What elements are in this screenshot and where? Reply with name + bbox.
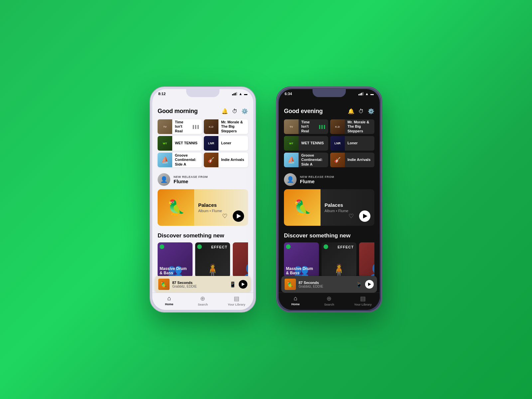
np-thumb-light: 🦜 (158, 279, 170, 290)
recent-item-loner-dark[interactable]: LNR Loner (330, 136, 374, 151)
np-connect-btn-light[interactable]: 📱 (229, 281, 236, 288)
nav-search-light[interactable]: ⊕ Search (186, 295, 219, 306)
header-icons-light: 🔔 ⏱ ⚙️ (221, 108, 248, 114)
nav-home-light[interactable]: ⌂ Home (152, 295, 186, 306)
disc-label-drum-dark: Massive Drum & Bass (286, 267, 317, 275)
library-label-dark: Your Library (354, 303, 372, 306)
release-label-light: NEW RELEASE FROM (174, 175, 208, 179)
scroll-dark[interactable]: Good evening 🔔 ⏱ ⚙️ TV Time Isn't Real ▌… (279, 106, 380, 293)
album-card-dark[interactable]: 🦜 Palaces Album • Flume ♡ (284, 189, 374, 226)
recent-thumb-time-dark: TV (284, 119, 299, 134)
play-triangle-light (237, 214, 241, 218)
library-icon-light: ▤ (234, 295, 239, 302)
spotify-logo-drum-light (160, 244, 164, 249)
album-name-dark: Palaces (325, 202, 370, 208)
recent-thumb-groove-dark: ⛵ (284, 153, 299, 167)
np-connect-btn-dark[interactable]: 📱 (356, 281, 362, 288)
recent-label-indie-dark: Indie Arrivals (345, 158, 374, 162)
phone-dark: 6:34 ▲ ▬ Good evening 🔔 ⏱ ⚙️ (276, 86, 382, 313)
status-icons-dark: ▲ ▬ (358, 92, 374, 96)
nav-home-dark[interactable]: ⌂ Home (279, 295, 312, 306)
home-label-light: Home (165, 303, 173, 306)
recent-label-time-light: Time Isn't Real (172, 120, 193, 133)
album-actions-light: ♡ (222, 210, 244, 222)
gear-icon-light[interactable]: ⚙️ (241, 108, 248, 114)
recent-item-indie-light[interactable]: 🎸 Indie Arrivals (204, 153, 248, 167)
spotify-logo-effect-dark (324, 244, 328, 249)
recent-thumb-loner-light: LNR (204, 136, 218, 151)
release-label-dark: NEW RELEASE FROM (300, 175, 334, 179)
recent-thumb-indie-dark: 🎸 (330, 153, 345, 167)
release-artist-dark: Flume (300, 179, 334, 184)
phone-light: 8:12 ▲ ▬ Good morning 🔔 ⏱ ⚙️ (150, 86, 256, 313)
np-play-btn-light[interactable] (239, 280, 247, 289)
play-button-dark[interactable] (359, 210, 370, 222)
recent-thumb-morale-dark: K.D (330, 119, 345, 134)
nav-library-dark[interactable]: ▤ Your Library (346, 295, 380, 306)
gear-icon-dark[interactable]: ⚙️ (368, 108, 374, 114)
recent-thumb-tennis-dark: WT (284, 136, 299, 151)
np-title-light: 87 Seconds (172, 281, 227, 285)
bell-icon-light[interactable]: 🔔 (221, 108, 228, 114)
album-art-dark: 🦜 (284, 189, 321, 226)
recent-item-groove-light[interactable]: ⛵ Groove Continental: Side A (158, 153, 202, 167)
greeting-light: Good morning (158, 108, 198, 115)
greeting-dark: Good evening (284, 108, 323, 115)
now-playing-dark[interactable]: 🦜 87 Seconds Grabbitz, EDDIE 📱 (281, 276, 377, 293)
status-icons-light: ▲ ▬ (232, 92, 247, 96)
heart-button-dark[interactable]: ♡ (348, 212, 354, 220)
recent-item-groove-dark[interactable]: ⛵ Groove Continental: Side A (284, 153, 328, 167)
bottom-nav-light: ⌂ Home ⊕ Search ▤ Your Library (152, 293, 253, 310)
discover-card-effect-light[interactable]: EFFECT 🧍 (195, 242, 230, 277)
wifi-icon-light: ▲ (239, 92, 242, 96)
recent-item-time-dark[interactable]: TV Time Isn't Real ▌▌▌ (284, 119, 328, 134)
time-dark: 6:34 (285, 92, 292, 96)
recent-item-tennis-light[interactable]: WT WET TENNIS (158, 136, 202, 151)
discover-card-third-dark[interactable]: 👤 (359, 242, 374, 277)
album-art-light: 🦜 (158, 189, 194, 226)
recent-item-loner-light[interactable]: LNR Loner (204, 136, 248, 151)
disc-people-third-dark: 👤 (359, 254, 374, 277)
recent-thumb-time-light: TV (158, 119, 172, 134)
recent-thumb-loner-dark: LNR (330, 136, 345, 151)
recent-item-indie-dark[interactable]: 🎸 Indie Arrivals (330, 153, 374, 167)
nav-search-dark[interactable]: ⊕ Search (312, 295, 346, 306)
scroll-light[interactable]: Good morning 🔔 ⏱ ⚙️ TV Time Isn't Real ▌… (152, 106, 253, 293)
nav-library-light[interactable]: ▤ Your Library (220, 295, 253, 306)
release-artist-light: Flume (174, 179, 208, 184)
discover-card-third-light[interactable]: 👤 (233, 242, 248, 277)
play-button-light[interactable] (233, 210, 244, 222)
disc-people-effect-dark: 🧍 (322, 254, 356, 277)
album-card-light[interactable]: 🦜 Palaces Album • Flume ♡ (158, 189, 248, 226)
disc-people-effect-light: 🧍 (195, 254, 230, 277)
time-light: 8:12 (158, 92, 166, 96)
home-icon-light: ⌂ (167, 295, 171, 302)
discover-row-light: 👥 Massive Drum & Bass EFFECT 🧍 👤 (158, 242, 248, 277)
recent-label-time-dark: Time Isn't Real (299, 120, 319, 133)
spotify-logo-drum-dark (286, 244, 291, 249)
app-header-light: Good morning 🔔 ⏱ ⚙️ (158, 106, 248, 115)
np-controls-dark: 📱 (356, 280, 374, 289)
home-label-dark: Home (291, 303, 300, 306)
spotify-logo-effect-light (197, 244, 202, 249)
recent-item-time-light[interactable]: TV Time Isn't Real ▌▌▌ (158, 119, 202, 134)
home-icon-dark: ⌂ (294, 295, 297, 302)
artist-avatar-dark: 👤 (284, 173, 297, 186)
album-actions-dark: ♡ (348, 210, 370, 222)
disc-effect-text-dark: EFFECT (337, 245, 354, 249)
recent-item-tennis-dark[interactable]: WT WET TENNIS (284, 136, 328, 151)
heart-button-light[interactable]: ♡ (222, 212, 227, 220)
recent-item-morale-dark[interactable]: K.D Mr. Morale & The Big Steppers (330, 119, 374, 134)
recent-thumb-tennis-light: WT (158, 136, 172, 151)
timer-icon-dark[interactable]: ⏱ (358, 108, 364, 114)
timer-icon-light[interactable]: ⏱ (232, 108, 237, 114)
discover-card-drum-dark[interactable]: 👥 Massive Drum & Bass (284, 242, 319, 277)
discover-card-effect-dark[interactable]: EFFECT 🧍 (322, 242, 356, 277)
bell-icon-dark[interactable]: 🔔 (348, 108, 354, 114)
discover-card-drum-light[interactable]: 👥 Massive Drum & Bass (158, 242, 193, 277)
np-controls-light: 📱 (229, 280, 247, 289)
now-playing-light[interactable]: 🦜 87 Seconds Grabbitz, EDDIE 📱 (155, 276, 251, 293)
np-play-btn-dark[interactable] (365, 280, 374, 289)
recent-item-morale-light[interactable]: K.D Mr. Morale & The Big Steppers (204, 119, 248, 134)
battery-icon-dark: ▬ (370, 92, 374, 96)
